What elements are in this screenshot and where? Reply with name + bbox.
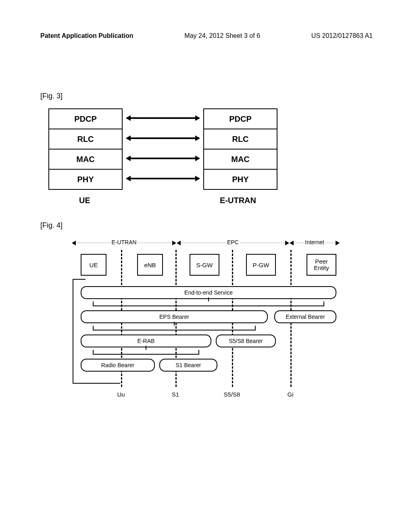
fig3-label: [Fig. 3] — [40, 92, 373, 100]
bearer-radio: Radio Bearer — [81, 359, 155, 372]
fig3-diagram: PDCP RLC MAC PHY PDCP RLC MAC PHY — [48, 108, 373, 190]
header-left: Patent Application Publication — [40, 32, 133, 39]
page-header: Patent Application Publication May 24, 2… — [40, 32, 373, 39]
fig3-ue-mac: MAC — [49, 149, 122, 169]
double-arrow-icon — [127, 178, 199, 179]
segment-internet-label: Internet — [304, 239, 325, 245]
iface-s1-label: S1 — [172, 391, 179, 398]
header-right: US 2012/0127863 A1 — [311, 32, 373, 39]
fig3-ue-rlc: RLC — [49, 129, 122, 149]
fig3-ue-pdcp: PDCP — [49, 109, 122, 129]
segment-internet: Internet — [290, 243, 339, 243]
fig3-eutran-rlc: RLC — [204, 129, 277, 149]
node-sgw: S-GW — [190, 254, 219, 276]
fig3-column-labels: UE E-UTRAN — [48, 196, 373, 205]
segment-epc: EPC — [177, 243, 288, 243]
arrow-right-icon — [336, 241, 340, 245]
node-pgw: P-GW — [246, 254, 276, 276]
fig3-eutran-phy: PHY — [204, 169, 277, 189]
fig4-diagram: E-UTRAN EPC Internet UE eNB S-GW P-GW Pe… — [81, 238, 339, 407]
iface-s5s8-label: S5/S8 — [224, 391, 240, 398]
fig3-ue-label: UE — [48, 196, 121, 205]
node-peer: Peer Entity — [307, 254, 336, 276]
iface-gi-label: Gi — [288, 391, 294, 398]
fig3-ue-stack: PDCP RLC MAC PHY — [48, 108, 123, 190]
header-center: May 24, 2012 Sheet 3 of 6 — [184, 32, 260, 39]
segment-eutran: E-UTRAN — [73, 243, 175, 243]
fig3-ue-phy: PHY — [49, 169, 122, 189]
outer-frame-icon — [73, 279, 73, 384]
arrow-left-icon — [177, 241, 181, 245]
node-enb: eNB — [137, 254, 163, 276]
fork-icon — [93, 301, 324, 306]
fig3-eutran-label: E-UTRAN — [202, 196, 274, 205]
fig3-eutran-mac: MAC — [204, 149, 277, 169]
segment-eutran-label: E-UTRAN — [110, 239, 138, 245]
fig3-arrows — [123, 108, 203, 190]
double-arrow-icon — [127, 158, 199, 159]
arrow-right-icon — [172, 241, 176, 245]
bearer-ext: External Bearer — [274, 310, 336, 323]
fork-icon — [93, 350, 199, 355]
node-ue: UE — [81, 254, 106, 276]
fig3-eutran-pdcp: PDCP — [204, 109, 277, 129]
arrow-right-icon — [285, 241, 289, 245]
iface-uu-label: Uu — [117, 391, 125, 398]
bearer-s1: S1 Bearer — [159, 359, 217, 372]
fig3-eutran-stack: PDCP RLC MAC PHY — [203, 108, 277, 190]
arrow-left-icon — [72, 241, 76, 245]
segment-epc-label: EPC — [226, 239, 240, 245]
double-arrow-icon — [127, 137, 199, 139]
fork-icon — [93, 326, 256, 330]
fig4-label: [Fig. 4] — [40, 221, 373, 230]
arrow-left-icon — [290, 241, 294, 245]
bearer-s5s8: S5/S8 Bearer — [216, 335, 276, 347]
double-arrow-icon — [127, 117, 199, 119]
